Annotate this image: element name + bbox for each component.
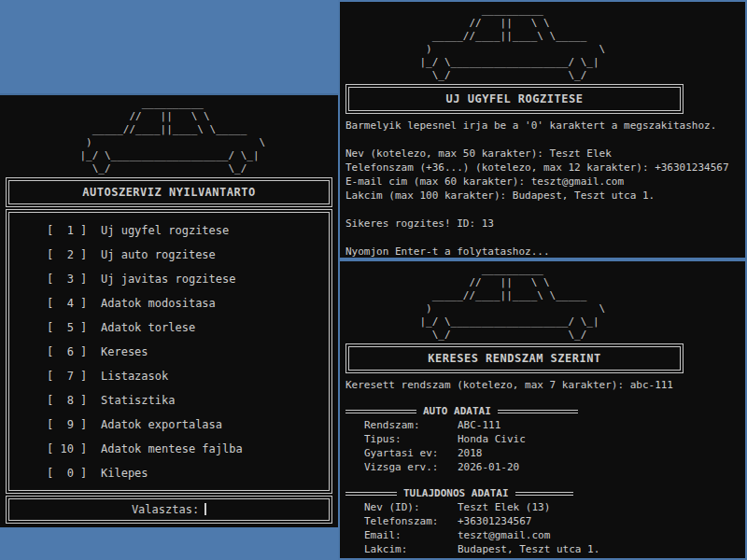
plate-search-terminal-window[interactable]: __________ // || \ \ _____//____||____\ … [338, 259, 747, 560]
data-row-label: Tipus: [364, 432, 458, 446]
menu-item-3: [ 3 ]Uj javitas rogzitese [9, 267, 329, 291]
customer-title-box: UJ UGYFEL ROGZITESE [345, 84, 684, 114]
text-cursor [204, 503, 206, 515]
menu-item-key: [ 7 ] [47, 364, 101, 388]
data-row-label: Gyartasi ev: [364, 446, 458, 460]
menu-item-8: [ 8 ]Statisztika [9, 388, 329, 413]
data-row-value: 2018 [458, 447, 483, 459]
menu-item-4: [ 4 ]Adatok modositasa [9, 291, 329, 315]
menu-item-label: Uj javitas rogzitese [101, 273, 236, 286]
section-rule [515, 492, 573, 496]
menu-item-1: [ 1 ]Uj ugyfel rogzitese [9, 218, 329, 243]
menu-item-10: [ 10 ]Adatok mentese fajlba [9, 437, 329, 461]
menu-item-label: Kilepes [101, 467, 148, 480]
data-row-label: Email: [364, 528, 458, 542]
data-row-label: Telefonszam: [364, 514, 458, 528]
menu-item-label: Statisztika [101, 394, 175, 407]
menu-item-label: Uj auto rogzitese [101, 248, 216, 261]
new-customer-terminal-window[interactable]: __________ // || \ \ _____//____||____\ … [338, 0, 747, 259]
owner-section-title: TULAJDONOS ADATAI [397, 486, 515, 500]
customer-form-output: Barmelyik lepesnel irja be a '0' karakte… [345, 119, 740, 259]
desktop: __________ // || \ \ _____//____||____\ … [0, 0, 747, 560]
menu-item-label: Adatok exportalasa [101, 418, 222, 431]
menu-item-label: Adatok mentese fajlba [101, 442, 243, 455]
plate-query-line: Keresett rendszam (kotelezo, max 7 karak… [345, 378, 740, 392]
menu-box: [ 1 ]Uj ugyfel rogzitese [ 2 ]Uj auto ro… [6, 209, 332, 494]
menu-item-key: [ 9 ] [47, 413, 101, 437]
menu-item-key: [ 5 ] [47, 315, 101, 340]
menu-item-key: [ 6 ] [47, 340, 101, 364]
data-row-value: 2026-01-20 [458, 461, 519, 473]
section-rule [498, 410, 578, 413]
owner-section-header: TULAJDONOS ADATAI [345, 486, 740, 500]
data-row-label: Nev (ID): [364, 500, 458, 514]
menu-item-label: Adatok modositasa [101, 297, 216, 310]
data-row-label: Lakcim: [364, 542, 458, 556]
auto-section-title: AUTO ADATAI [416, 404, 498, 418]
data-row-value: ABC-111 [458, 419, 500, 431]
menu-item-key: [ 1 ] [47, 218, 101, 243]
section-rule [345, 410, 416, 413]
data-row-value: +36301234567 [458, 515, 531, 527]
ascii-car-art: __________ // || \ \ _____//____||____\ … [345, 263, 740, 342]
menu-items: [ 1 ]Uj ugyfel rogzitese [ 2 ]Uj auto ro… [9, 213, 329, 490]
data-row-value: Honda Civic [458, 433, 526, 445]
auto-row-tipus: Tipus:Honda Civic [345, 432, 740, 446]
owner-row-telefonszam: Telefonszam:+36301234567 [345, 514, 740, 528]
menu-item-label: Adatok torlese [101, 321, 195, 334]
owner-row-email: Email:teszt@gmail.com [345, 528, 740, 542]
menu-title: AUTOSZERVIZ NYILVANTARTO [82, 186, 255, 199]
menu-item-0: [ 0 ]Kilepes [9, 461, 329, 485]
data-row-value: Teszt Elek (13) [458, 501, 550, 513]
menu-item-label: Uj ugyfel rogzitese [101, 224, 229, 237]
main-menu-terminal-window[interactable]: __________ // || \ \ _____//____||____\ … [0, 93, 338, 527]
data-row-value: Budapest, Teszt utca 1. [458, 543, 599, 555]
section-rule [345, 492, 397, 496]
ascii-car-art: __________ // || \ \ _____//____||____\ … [345, 4, 740, 82]
owner-row-nev: Nev (ID):Teszt Elek (13) [345, 500, 740, 514]
data-row-label: Rendszam: [364, 418, 458, 432]
menu-choice-prompt[interactable]: Valasztas: [6, 496, 332, 524]
menu-item-label: Listazasok [101, 370, 168, 383]
search-title: KERESES RENDSZAM SZERINT [428, 352, 600, 365]
menu-item-key: [ 8 ] [47, 388, 101, 413]
menu-item-key: [ 2 ] [47, 243, 101, 267]
menu-item-key: [ 10 ] [47, 437, 101, 461]
menu-choice-prompt-label: Valasztas: [132, 503, 199, 516]
data-row-value: teszt@gmail.com [458, 529, 550, 541]
auto-section-header: AUTO ADATAI [345, 404, 740, 418]
menu-item-key: [ 3 ] [47, 267, 101, 291]
menu-item-key: [ 0 ] [47, 461, 101, 485]
auto-row-gyartasi-ev: Gyartasi ev:2018 [345, 446, 740, 460]
auto-row-vizsga: Vizsga erv.:2026-01-20 [345, 460, 740, 474]
menu-item-5: [ 5 ]Adatok torlese [9, 315, 329, 340]
data-row-label: Vizsga erv.: [364, 460, 458, 474]
auto-row-rendszam: Rendszam:ABC-111 [345, 418, 740, 432]
ascii-car-art: __________ // || \ \ _____//____||____\ … [6, 97, 332, 175]
menu-item-key: [ 4 ] [47, 291, 101, 315]
menu-item-6: [ 6 ]Kereses [9, 340, 329, 364]
menu-item-label: Kereses [101, 345, 148, 358]
menu-item-9: [ 9 ]Adatok exportalasa [9, 413, 329, 437]
menu-title-box: AUTOSZERVIZ NYILVANTARTO [6, 177, 332, 207]
search-title-box: KERESES RENDSZAM SZERINT [345, 343, 684, 373]
menu-item-2: [ 2 ]Uj auto rogzitese [9, 243, 329, 267]
customer-title: UJ UGYFEL ROGZITESE [446, 92, 584, 105]
menu-item-7: [ 7 ]Listazasok [9, 364, 329, 388]
owner-row-lakcim: Lakcim:Budapest, Teszt utca 1. [345, 542, 740, 556]
